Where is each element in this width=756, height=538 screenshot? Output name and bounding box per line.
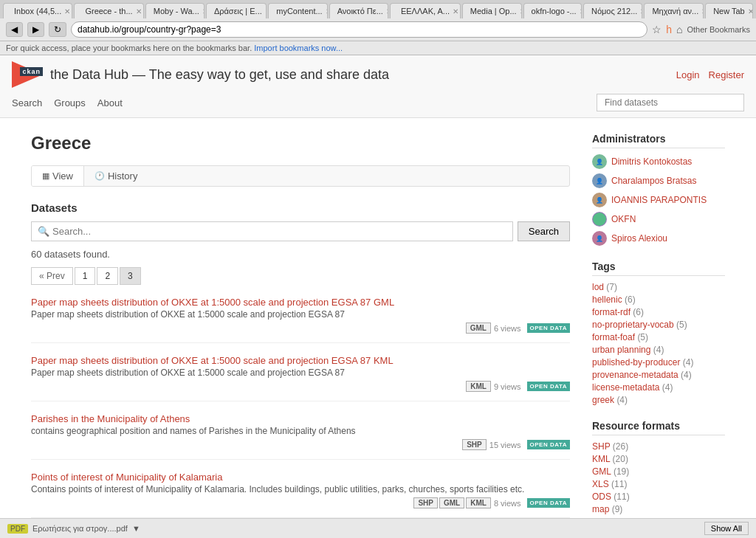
tag-shp-2: SHP: [462, 439, 487, 450]
tab-history[interactable]: 🕐 History: [84, 166, 148, 186]
nav-about-link[interactable]: About: [97, 97, 123, 108]
tab-view[interactable]: ▦ View: [32, 166, 84, 186]
format-link-5[interactable]: map: [592, 504, 609, 514]
dropdown-icon[interactable]: ▼: [132, 524, 140, 533]
dataset-desc-1: Paper map sheets distribution of OKXE at…: [31, 368, 570, 378]
tab-close-greece-icon[interactable]: ✕: [136, 7, 142, 15]
tag-count-2: (6): [633, 307, 644, 317]
nav-icons: ☆ h ⌂: [652, 24, 682, 35]
forward-button[interactable]: ▶: [27, 22, 44, 37]
tab-mycontent[interactable]: myContent... ✕: [268, 3, 327, 18]
history-tab-icon: 🕐: [94, 171, 105, 181]
format-link-1[interactable]: KML: [592, 454, 610, 464]
dataset-tags-0: GML: [466, 323, 491, 334]
dataset-title-3[interactable]: Points of interest of Municipality of Ka…: [31, 472, 222, 483]
address-bar[interactable]: [71, 21, 647, 38]
admin-name-1[interactable]: Charalampos Bratsas: [611, 176, 696, 186]
admins-section: Administrators 👤 Dimitris Kontokostas 👤 …: [592, 133, 725, 246]
show-all-button[interactable]: Show All: [704, 522, 749, 535]
back-button[interactable]: ◀: [6, 22, 23, 37]
nav-groups-link[interactable]: Groups: [54, 97, 86, 108]
dataset-search-input[interactable]: [52, 226, 506, 237]
tab-close-moby-icon[interactable]: ✕: [202, 7, 205, 15]
reload-button[interactable]: ↻: [49, 22, 66, 37]
format-item-1: KML (20): [592, 454, 725, 464]
admin-item-1[interactable]: 👤 Charalampos Bratsas: [592, 173, 725, 188]
import-bookmarks-link[interactable]: Import bookmarks now...: [254, 44, 343, 52]
tab-close-eellak-icon[interactable]: ✕: [453, 7, 458, 15]
ckan-logo[interactable]: ckan: [12, 61, 43, 88]
header-auth-links: Login Register: [676, 69, 744, 80]
search-row: 🔍 Search: [31, 221, 570, 241]
dataset-meta-3: SHP GML KML 8 views OPEN DATA: [31, 497, 570, 508]
tab-draseis[interactable]: Δράσεις | Ε... ✕: [206, 3, 267, 18]
register-link[interactable]: Register: [709, 69, 744, 80]
tab-close-nomos-icon[interactable]: ✕: [640, 7, 642, 15]
tab-close-mycontent-icon[interactable]: ✕: [326, 7, 328, 15]
tag-link-0[interactable]: lod: [592, 282, 604, 292]
tag-link-7[interactable]: provenance-metadata: [592, 370, 678, 380]
dataset-title-2[interactable]: Parishes in the Municipality of Athens: [31, 413, 190, 424]
admin-item-4[interactable]: 👤 Spiros Alexiou: [592, 231, 725, 246]
admin-name-3[interactable]: OKFN: [611, 214, 636, 224]
tab-close-anoikto-icon[interactable]: ✕: [386, 7, 388, 15]
tag-link-3[interactable]: no-proprietary-vocab: [592, 320, 674, 330]
admin-name-2[interactable]: IOANNIS PARAPONTIS: [611, 195, 707, 205]
tab-anoikto[interactable]: Ανοικτό Πε... ✕: [329, 3, 388, 18]
nav-search-link[interactable]: Search: [12, 97, 42, 108]
login-link[interactable]: Login: [676, 69, 700, 80]
dataset-title-1[interactable]: Paper map sheets distribution of OKXE at…: [31, 355, 394, 366]
tab-close-mixani-icon[interactable]: ✕: [701, 7, 704, 15]
tab-okfn[interactable]: okfn-logo -... ✕: [523, 3, 582, 18]
dataset-desc-2: contains geographical position and names…: [31, 426, 570, 436]
amazon-icon[interactable]: ⌂: [676, 24, 682, 35]
tag-kml-1: KML: [466, 381, 491, 392]
tab-mixani[interactable]: Μηχανή αν... ✕: [644, 3, 704, 18]
admin-item-3[interactable]: OKFN: [592, 212, 725, 227]
open-data-badge-3: OPEN DATA: [527, 498, 570, 508]
format-link-0[interactable]: SHP: [592, 441, 610, 452]
tag-link-9[interactable]: greek: [592, 395, 614, 405]
tag-link-4[interactable]: format-foaf: [592, 332, 635, 342]
format-link-3[interactable]: XLS: [592, 479, 609, 489]
tab-close-icon[interactable]: ✕: [64, 7, 70, 15]
format-link-2[interactable]: GML: [592, 466, 611, 477]
admin-name-4[interactable]: Spiros Alexiou: [611, 233, 667, 244]
page-2-button[interactable]: 2: [97, 267, 118, 285]
tag-link-8[interactable]: license-metadata: [592, 382, 659, 393]
tab-eellak[interactable]: ΕΕΛΛΑΚ, Α... ✕: [390, 3, 461, 18]
admin-item-2[interactable]: 👤 IOANNIS PARAPONTIS: [592, 193, 725, 207]
tag-link-6[interactable]: published-by-producer: [592, 357, 680, 368]
tab-close-newtab-icon[interactable]: ✕: [748, 7, 753, 15]
page-1-button[interactable]: 1: [75, 267, 96, 285]
admin-name-0[interactable]: Dimitris Kontokostas: [611, 156, 692, 167]
page-3-button[interactable]: 3: [120, 267, 141, 285]
prev-page-button[interactable]: « Prev: [31, 267, 73, 285]
tab-nomos[interactable]: Νόμος 212... ✕: [583, 3, 642, 18]
extensions-icon[interactable]: h: [666, 24, 672, 35]
dataset-meta-2: SHP 15 views OPEN DATA: [31, 439, 570, 450]
tab-close-draseis-icon[interactable]: ✕: [265, 7, 267, 15]
tab-close-media-icon[interactable]: ✕: [520, 7, 522, 15]
site-header: ckan the Data Hub — The easy way to get,…: [0, 55, 756, 118]
tab-close-okfn-icon[interactable]: ✕: [580, 7, 582, 15]
tab-greece[interactable]: Greece - th... ✕: [74, 3, 143, 18]
tab-inbox[interactable]: Inbox (44,5... ✕: [3, 3, 72, 18]
views-1: 9 views: [494, 382, 521, 391]
format-count-3: (11): [611, 479, 627, 489]
dataset-desc-3: Contains points of interest of Municipal…: [31, 484, 570, 494]
star-icon[interactable]: ☆: [652, 24, 662, 35]
tag-link-5[interactable]: urban planning: [592, 345, 650, 355]
tab-media[interactable]: Media | Op... ✕: [462, 3, 522, 18]
site-title: the Data Hub — The easy way to get, use …: [50, 67, 389, 83]
tag-link-1[interactable]: hellenic: [592, 294, 622, 305]
format-link-4[interactable]: ODS: [592, 492, 611, 502]
tab-newtab[interactable]: New Tab ✕: [705, 3, 753, 18]
dataset-title-0[interactable]: Paper map sheets distribution of OKXE at…: [31, 297, 394, 308]
tab-moby[interactable]: Moby - Wa... ✕: [145, 3, 205, 18]
header-search-input[interactable]: [597, 94, 744, 111]
format-item-2: GML (19): [592, 466, 725, 477]
tag-link-2[interactable]: format-rdf: [592, 307, 630, 317]
search-button[interactable]: Search: [518, 221, 570, 241]
admin-item-0[interactable]: 👤 Dimitris Kontokostas: [592, 154, 725, 169]
